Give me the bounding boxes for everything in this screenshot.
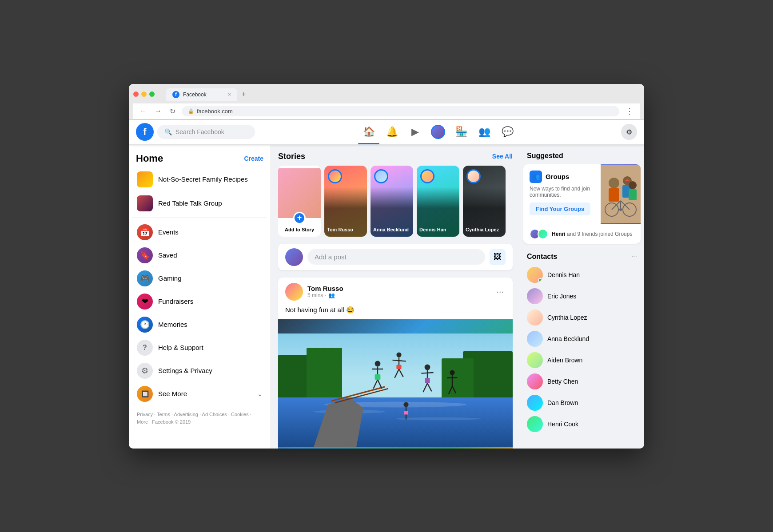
maximize-window-button[interactable] xyxy=(149,91,155,97)
post-text: Not having fun at all 😂 xyxy=(278,306,513,319)
groups-promo-image xyxy=(601,164,641,224)
facebook-logo[interactable]: f xyxy=(136,123,154,141)
story-avatar-cynthia xyxy=(466,169,481,183)
suggested-title: Suggested xyxy=(523,152,641,160)
search-bar[interactable]: 🔍 Search Facebook xyxy=(157,125,255,139)
nav-watch-button[interactable]: ▶ xyxy=(404,121,426,143)
red-table-icon xyxy=(137,195,153,211)
forward-button[interactable]: → xyxy=(153,106,163,116)
contact-eric[interactable]: Eric Jones xyxy=(523,286,641,307)
add-story-card[interactable]: + Add to Story xyxy=(278,166,321,237)
nav-marketplace-button[interactable]: 🏪 xyxy=(450,121,472,143)
nav-profile-button[interactable] xyxy=(427,121,449,143)
address-bar[interactable]: 🔒 facebook.com xyxy=(182,106,619,116)
contact-henri[interactable]: Henri Cook xyxy=(523,413,641,435)
contacts-more-button[interactable]: ··· xyxy=(631,253,637,261)
sidebar-item-see-more[interactable]: 🔲 See More ⌄ xyxy=(132,382,267,405)
footer-advertising[interactable]: Advertising xyxy=(174,412,198,417)
add-story-plus-icon: + xyxy=(293,212,306,224)
svg-line-27 xyxy=(421,373,433,373)
groups-promo-inner: 👥 Groups New ways to find and join commu… xyxy=(523,164,641,224)
create-button[interactable]: Create xyxy=(244,155,263,162)
find-groups-button[interactable]: Find Your Groups xyxy=(530,202,590,215)
contact-aiden[interactable]: Aiden Brown xyxy=(523,349,641,371)
contact-avatar-aiden xyxy=(527,352,543,368)
back-button[interactable]: ← xyxy=(138,106,148,116)
see-more-icon: 🔲 xyxy=(137,386,153,402)
post-composer[interactable]: Add a post 🖼 xyxy=(278,244,513,270)
browser-tabs: f Facebook × + xyxy=(166,87,250,101)
tab-title: Facebook xyxy=(183,91,207,98)
sidebar-item-family-recipes[interactable]: Not-So-Secret Family Recipes xyxy=(132,168,267,191)
help-label: Help & Support xyxy=(158,344,203,351)
contact-dennis[interactable]: Dennis Han xyxy=(523,264,641,286)
url-text: facebook.com xyxy=(197,108,233,115)
memories-icon: 🕐 xyxy=(137,317,153,333)
post-author-avatar[interactable] xyxy=(285,283,303,301)
stories-section: Stories See All + Add to Story xyxy=(278,152,513,237)
contact-cynthia[interactable]: Cynthia Lopez xyxy=(523,307,641,328)
tab-close-button[interactable]: × xyxy=(228,91,231,98)
contact-betty[interactable]: Betty Chen xyxy=(523,371,641,392)
contacts-title: Contacts xyxy=(527,253,557,261)
browser-more-button[interactable]: ⋮ xyxy=(624,106,635,116)
sidebar-header: Home Create xyxy=(132,149,267,166)
contact-anna[interactable]: Anna Becklund xyxy=(523,328,641,349)
story-name-anna: Anna Becklund xyxy=(373,227,410,233)
contact-dan[interactable]: Dan Brown xyxy=(523,392,641,413)
svg-rect-18 xyxy=(375,374,381,380)
gaming-icon: 🎮 xyxy=(137,270,153,286)
contact-avatar-henri xyxy=(527,416,543,432)
footer-cookies[interactable]: Cookies xyxy=(231,412,249,417)
sidebar-item-help[interactable]: ? Help & Support xyxy=(132,336,267,359)
sidebar-item-events[interactable]: 📅 Events xyxy=(132,221,267,244)
sidebar-item-memories[interactable]: 🕐 Memories xyxy=(132,313,267,336)
post-meta: 5 mins · 👥 xyxy=(307,292,343,298)
story-dennis[interactable]: Dennis Han xyxy=(417,166,459,237)
settings-button[interactable]: ⚙ xyxy=(621,124,637,140)
news-feed: Stories See All + Add to Story xyxy=(271,145,520,449)
sidebar-item-settings[interactable]: ⚙ Settings & Privacy xyxy=(132,359,267,382)
story-cynthia[interactable]: Cynthia Lopez xyxy=(463,166,506,237)
nav-notifications-button[interactable]: 🔔 xyxy=(381,121,402,143)
family-recipes-label: Not-So-Secret Family Recipes xyxy=(158,175,248,183)
post-input[interactable]: Add a post xyxy=(307,249,485,265)
footer-ad-choices[interactable]: Ad Choices xyxy=(202,412,227,417)
nav-messenger-button[interactable]: 💬 xyxy=(497,121,518,143)
contact-name-eric: Eric Jones xyxy=(547,293,576,300)
groups-promo-header: 👥 Groups xyxy=(530,171,594,183)
sidebar-item-saved[interactable]: 🔖 Saved xyxy=(132,244,267,267)
sidebar-item-fundraisers[interactable]: ❤ Fundraisers xyxy=(132,290,267,313)
post-author-name[interactable]: Tom Russo xyxy=(307,285,343,292)
add-photo-button[interactable]: 🖼 xyxy=(490,249,506,265)
refresh-button[interactable]: ↻ xyxy=(168,106,177,116)
nav-groups-button[interactable]: 👥 xyxy=(474,121,495,143)
contact-name-dennis: Dennis Han xyxy=(547,271,580,278)
story-anna[interactable]: Anna Becklund xyxy=(371,166,413,237)
active-tab[interactable]: f Facebook × xyxy=(166,88,237,101)
events-label: Events xyxy=(158,228,179,236)
footer-links: Privacy · Terms · Advertising · Ad Choic… xyxy=(137,411,263,419)
sidebar-item-gaming[interactable]: 🎮 Gaming xyxy=(132,267,267,290)
close-window-button[interactable] xyxy=(133,91,139,97)
search-placeholder: Search Facebook xyxy=(175,128,224,135)
minimize-window-button[interactable] xyxy=(141,91,147,97)
right-sidebar: Suggested 👥 Groups New ways to find and … xyxy=(520,145,644,449)
sidebar-divider xyxy=(132,218,267,218)
browser-addressbar: ← → ↻ 🔒 facebook.com ⋮ xyxy=(133,103,640,119)
footer-privacy[interactable]: Privacy xyxy=(137,412,153,417)
stories-see-all-button[interactable]: See All xyxy=(492,153,513,160)
post-more-button[interactable]: ··· xyxy=(494,285,506,298)
contact-avatar-cynthia xyxy=(527,310,543,326)
footer-more[interactable]: More xyxy=(137,419,148,425)
footer-terms[interactable]: Terms xyxy=(157,412,170,417)
nav-home-button[interactable]: 🏠 xyxy=(358,121,379,143)
contact-name-cynthia: Cynthia Lopez xyxy=(547,314,587,321)
fundraisers-label: Fundraisers xyxy=(158,298,193,305)
svg-line-33 xyxy=(447,377,457,378)
new-tab-button[interactable]: + xyxy=(237,87,250,101)
story-tom[interactable]: Tom Russo xyxy=(324,166,367,237)
saved-icon: 🔖 xyxy=(137,247,153,263)
sidebar-item-red-table[interactable]: Red Table Talk Group xyxy=(132,192,267,215)
see-more-label: See More xyxy=(158,390,187,397)
